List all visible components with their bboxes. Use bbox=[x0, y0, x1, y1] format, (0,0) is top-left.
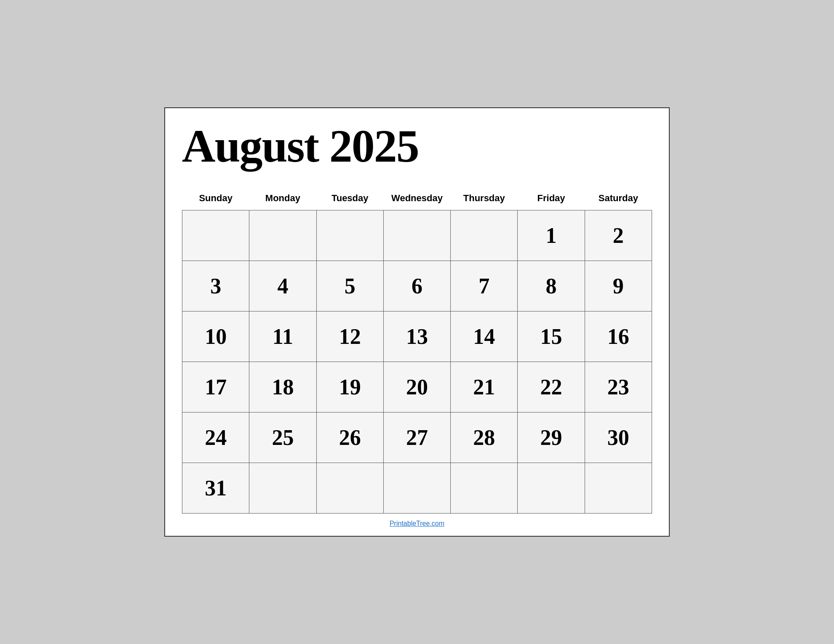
day-number: 20 bbox=[390, 367, 444, 407]
calendar-day-cell[interactable] bbox=[518, 463, 585, 514]
day-of-week-header: Wednesday bbox=[383, 189, 450, 210]
calendar-day-cell[interactable]: 13 bbox=[383, 311, 450, 362]
days-of-week-row: SundayMondayTuesdayWednesdayThursdayFrid… bbox=[182, 189, 652, 210]
calendar-day-cell[interactable]: 1 bbox=[518, 210, 585, 261]
day-number: 29 bbox=[524, 418, 578, 458]
calendar-day-cell[interactable]: 3 bbox=[182, 261, 249, 311]
calendar-day-cell[interactable]: 16 bbox=[585, 311, 652, 362]
calendar-day-cell[interactable] bbox=[316, 463, 383, 514]
calendar-day-cell[interactable]: 11 bbox=[249, 311, 316, 362]
calendar-day-cell[interactable]: 14 bbox=[451, 311, 518, 362]
calendar-day-cell[interactable]: 10 bbox=[182, 311, 249, 362]
calendar-day-cell[interactable] bbox=[451, 463, 518, 514]
calendar-week-row: 3456789 bbox=[182, 261, 652, 311]
calendar-day-cell[interactable]: 20 bbox=[383, 362, 450, 412]
day-number: 25 bbox=[256, 418, 310, 458]
calendar-day-cell[interactable] bbox=[383, 210, 450, 261]
day-number: 1 bbox=[524, 216, 578, 255]
calendar-day-cell[interactable]: 26 bbox=[316, 412, 383, 463]
calendar-day-cell[interactable]: 12 bbox=[316, 311, 383, 362]
calendar-day-cell[interactable]: 2 bbox=[585, 210, 652, 261]
calendar-week-row: 24252627282930 bbox=[182, 412, 652, 463]
day-number: 11 bbox=[256, 317, 310, 357]
calendar-day-cell[interactable]: 18 bbox=[249, 362, 316, 412]
day-number: 18 bbox=[256, 367, 310, 407]
calendar-day-cell[interactable]: 17 bbox=[182, 362, 249, 412]
day-number: 4 bbox=[256, 266, 310, 306]
day-number: 7 bbox=[457, 266, 511, 306]
calendar-day-cell[interactable]: 24 bbox=[182, 412, 249, 463]
calendar-day-cell[interactable]: 29 bbox=[518, 412, 585, 463]
calendar-week-row: 17181920212223 bbox=[182, 362, 652, 412]
day-number: 15 bbox=[524, 317, 578, 357]
day-number: 8 bbox=[524, 266, 578, 306]
day-number: 3 bbox=[189, 266, 243, 306]
day-number: 9 bbox=[591, 266, 645, 306]
calendar-day-cell[interactable]: 25 bbox=[249, 412, 316, 463]
calendar-footer: PrintableTree.com bbox=[182, 520, 652, 527]
day-number: 17 bbox=[189, 367, 243, 407]
day-number: 12 bbox=[323, 317, 377, 357]
calendar-day-cell[interactable] bbox=[249, 210, 316, 261]
day-number: 6 bbox=[390, 266, 444, 306]
calendar-day-cell[interactable]: 15 bbox=[518, 311, 585, 362]
calendar-day-cell[interactable]: 19 bbox=[316, 362, 383, 412]
day-number: 5 bbox=[323, 266, 377, 306]
calendar-day-cell[interactable]: 5 bbox=[316, 261, 383, 311]
day-number: 19 bbox=[323, 367, 377, 407]
calendar-day-cell[interactable] bbox=[451, 210, 518, 261]
day-number: 10 bbox=[189, 317, 243, 357]
calendar-day-cell[interactable] bbox=[316, 210, 383, 261]
calendar-container: August 2025 SundayMondayTuesdayWednesday… bbox=[164, 107, 670, 537]
day-number: 27 bbox=[390, 418, 444, 458]
calendar-day-cell[interactable] bbox=[249, 463, 316, 514]
calendar-grid: SundayMondayTuesdayWednesdayThursdayFrid… bbox=[182, 189, 652, 514]
calendar-day-cell[interactable]: 23 bbox=[585, 362, 652, 412]
day-of-week-header: Tuesday bbox=[316, 189, 383, 210]
calendar-day-cell[interactable]: 28 bbox=[451, 412, 518, 463]
calendar-day-cell[interactable]: 9 bbox=[585, 261, 652, 311]
day-number: 14 bbox=[457, 317, 511, 357]
day-number: 21 bbox=[457, 367, 511, 407]
day-number: 28 bbox=[457, 418, 511, 458]
day-number: 16 bbox=[591, 317, 645, 357]
calendar-week-row: 10111213141516 bbox=[182, 311, 652, 362]
calendar-week-row: 31 bbox=[182, 463, 652, 514]
day-number: 31 bbox=[189, 468, 243, 508]
day-number: 30 bbox=[591, 418, 645, 458]
calendar-week-row: 12 bbox=[182, 210, 652, 261]
calendar-day-cell[interactable] bbox=[182, 210, 249, 261]
day-of-week-header: Saturday bbox=[585, 189, 652, 210]
day-of-week-header: Monday bbox=[249, 189, 316, 210]
calendar-day-cell[interactable]: 8 bbox=[518, 261, 585, 311]
calendar-day-cell[interactable]: 22 bbox=[518, 362, 585, 412]
calendar-day-cell[interactable]: 7 bbox=[451, 261, 518, 311]
calendar-day-cell[interactable]: 4 bbox=[249, 261, 316, 311]
day-number: 23 bbox=[591, 367, 645, 407]
day-number: 2 bbox=[591, 216, 645, 255]
calendar-day-cell[interactable]: 21 bbox=[451, 362, 518, 412]
day-number: 13 bbox=[390, 317, 444, 357]
day-of-week-header: Sunday bbox=[182, 189, 249, 210]
calendar-day-cell[interactable]: 27 bbox=[383, 412, 450, 463]
footer-link[interactable]: PrintableTree.com bbox=[390, 520, 444, 527]
day-of-week-header: Friday bbox=[518, 189, 585, 210]
calendar-day-cell[interactable]: 31 bbox=[182, 463, 249, 514]
calendar-day-cell[interactable]: 6 bbox=[383, 261, 450, 311]
day-of-week-header: Thursday bbox=[451, 189, 518, 210]
calendar-title: August 2025 bbox=[182, 121, 652, 172]
day-number: 24 bbox=[189, 418, 243, 458]
day-number: 22 bbox=[524, 367, 578, 407]
calendar-day-cell[interactable] bbox=[383, 463, 450, 514]
calendar-day-cell[interactable] bbox=[585, 463, 652, 514]
day-number: 26 bbox=[323, 418, 377, 458]
calendar-day-cell[interactable]: 30 bbox=[585, 412, 652, 463]
